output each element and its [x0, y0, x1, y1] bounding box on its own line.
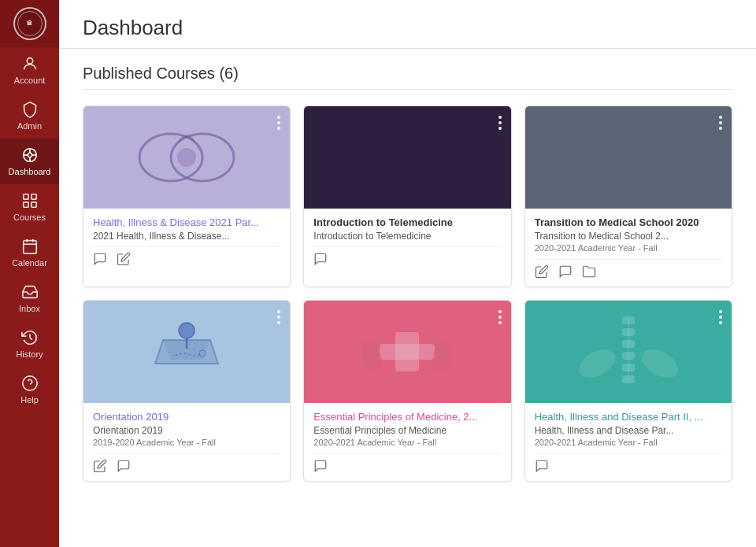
main-header: Dashboard — [59, 0, 756, 49]
svg-point-26 — [359, 338, 386, 374]
course-title-1[interactable]: Health, Illness & Disease 2021 Par... — [93, 216, 280, 228]
page-title: Dashboard — [83, 16, 732, 40]
svg-point-35 — [574, 344, 620, 384]
svg-point-0 — [27, 58, 32, 64]
sidebar-label-dashboard: Dashboard — [9, 167, 51, 176]
course-meta-3: 2020-2021 Academic Year - Fall — [535, 243, 722, 253]
course-menu-1[interactable] — [274, 113, 284, 133]
svg-rect-9 — [23, 202, 28, 207]
svg-rect-10 — [31, 202, 35, 207]
chat-action-3[interactable] — [558, 264, 573, 279]
course-thumbnail-4 — [83, 301, 290, 403]
course-subtitle-1: 2021 Health, Illness & Disease... — [93, 231, 280, 242]
section-title: Published Courses (6) — [83, 65, 732, 90]
thumbnail-svg-4 — [124, 309, 250, 395]
svg-rect-11 — [23, 241, 36, 254]
course-card-1: Health, Illness & Disease 2021 Par... 20… — [83, 105, 291, 287]
course-info-2: Introduction to Telemedicine Introductio… — [304, 209, 510, 274]
course-actions-5 — [313, 453, 501, 475]
edit-action-1[interactable] — [117, 252, 131, 266]
course-menu-4[interactable] — [274, 307, 284, 327]
course-title-2[interactable]: Introduction to Telemedicine — [313, 216, 501, 228]
course-meta-5: 2020-2021 Academic Year - Fall — [313, 438, 501, 447]
course-thumbnail-6 — [525, 301, 732, 403]
sidebar-label-admin: Admin — [17, 121, 42, 131]
sidebar-label-inbox: Inbox — [19, 304, 40, 313]
course-actions-1 — [93, 246, 280, 268]
course-card-5: Essential Principles of Medicine, 2... E… — [303, 300, 511, 482]
person-icon — [21, 55, 39, 72]
chat-action-5[interactable] — [313, 459, 328, 473]
edit-action-4[interactable] — [93, 459, 107, 473]
course-card-3: Transition to Medical School 2020 Transi… — [524, 105, 732, 287]
sidebar-label-help: Help — [20, 395, 39, 405]
folder-action-3[interactable] — [582, 264, 596, 279]
course-meta-6: 2020-2021 Academic Year - Fall — [535, 438, 722, 447]
course-subtitle-4: Orientation 2019 — [93, 425, 280, 436]
course-subtitle-5: Essential Principles of Medicine — [313, 425, 501, 436]
sidebar-item-inbox[interactable]: Inbox — [0, 275, 59, 321]
course-title-5[interactable]: Essential Principles of Medicine, 2... — [313, 411, 501, 423]
course-actions-2 — [313, 246, 501, 268]
chat-action-2[interactable] — [313, 252, 328, 266]
svg-rect-8 — [31, 194, 35, 199]
sidebar-item-account[interactable]: Account — [0, 47, 59, 93]
course-meta-4: 2019-2020 Academic Year - Fall — [93, 438, 280, 447]
course-info-4: Orientation 2019 Orientation 2019 2019-2… — [83, 403, 290, 481]
course-actions-4 — [93, 453, 280, 475]
course-title-6[interactable]: Health, Illness and Disease Part II, ... — [535, 411, 722, 423]
sidebar-item-history[interactable]: History — [0, 321, 59, 367]
course-thumbnail-3 — [525, 106, 732, 209]
course-info-1: Health, Illness & Disease 2021 Par... 20… — [83, 209, 290, 274]
svg-point-15 — [22, 376, 36, 390]
course-title-3[interactable]: Transition to Medical School 2020 — [535, 216, 722, 228]
course-card-6: Health, Illness and Disease Part II, ...… — [524, 300, 732, 482]
svg-point-2 — [28, 153, 32, 157]
course-menu-5[interactable] — [495, 307, 505, 327]
sidebar-label-courses: Courses — [13, 213, 46, 222]
svg-point-19 — [177, 148, 196, 167]
course-info-3: Transition to Medical School 2020 Transi… — [525, 209, 732, 286]
chat-action-4[interactable] — [117, 459, 131, 473]
svg-point-27 — [430, 338, 457, 374]
edit-action-3[interactable] — [535, 264, 549, 279]
main-content-area: Dashboard Published Courses (6) — [59, 0, 756, 547]
course-menu-6[interactable] — [716, 307, 725, 327]
inbox-icon — [21, 283, 39, 301]
course-thumbnail-5 — [304, 301, 510, 403]
sidebar: 🏛 Account Admin Dashboard Courses — [0, 0, 59, 547]
course-card-2: Introduction to Telemedicine Introductio… — [303, 105, 511, 287]
sidebar-item-admin[interactable]: Admin — [0, 93, 59, 139]
sidebar-label-calendar: Calendar — [12, 258, 47, 268]
course-thumbnail-1 — [83, 106, 290, 209]
thumbnail-svg-1 — [124, 114, 250, 201]
thumbnail-svg-6 — [565, 309, 691, 395]
chat-action-1[interactable] — [93, 252, 107, 266]
history-icon — [21, 329, 39, 346]
dashboard-icon — [21, 146, 39, 164]
course-subtitle-2: Introduction to Telemedicine — [313, 231, 501, 242]
courses-icon — [21, 192, 39, 209]
courses-grid: Health, Illness & Disease 2021 Par... 20… — [83, 105, 732, 482]
course-subtitle-6: Health, Illness and Disease Par... — [535, 425, 722, 436]
course-menu-3[interactable] — [716, 113, 725, 133]
sidebar-item-help[interactable]: Help — [0, 367, 59, 412]
course-card-4: Orientation 2019 Orientation 2019 2019-2… — [83, 300, 291, 482]
course-title-4[interactable]: Orientation 2019 — [93, 411, 280, 423]
svg-point-22 — [179, 323, 195, 338]
svg-rect-7 — [23, 194, 28, 199]
sidebar-item-courses[interactable]: Courses — [0, 184, 59, 230]
shield-icon — [21, 101, 39, 118]
course-actions-3 — [535, 259, 722, 280]
sidebar-item-dashboard[interactable]: Dashboard — [0, 139, 59, 184]
course-thumbnail-2 — [304, 106, 510, 209]
help-icon — [21, 375, 39, 392]
course-menu-2[interactable] — [495, 113, 505, 133]
chat-action-6[interactable] — [535, 459, 549, 473]
thumbnail-svg-5 — [344, 309, 470, 395]
course-info-6: Health, Illness and Disease Part II, ...… — [525, 403, 732, 481]
course-actions-6 — [535, 453, 722, 475]
course-info-5: Essential Principles of Medicine, 2... E… — [304, 403, 510, 481]
sidebar-item-calendar[interactable]: Calendar — [0, 230, 59, 275]
course-subtitle-3: Transition to Medical School 2... — [535, 231, 722, 242]
